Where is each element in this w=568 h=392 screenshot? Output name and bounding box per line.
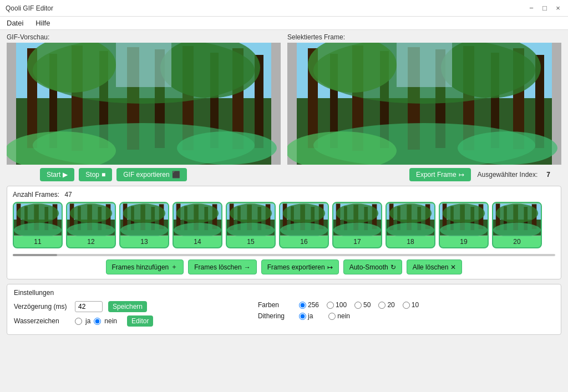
frame-card[interactable]: 18: [386, 202, 435, 248]
frames-scrollbar[interactable]: [13, 254, 555, 256]
farben-256-radio[interactable]: [299, 302, 306, 309]
frame-number: 19: [440, 236, 488, 247]
svg-rect-18: [116, 43, 171, 87]
start-button[interactable]: Start ▶: [40, 168, 74, 181]
farben-256-label: 256: [308, 301, 319, 309]
farben-options: 256 100 50 20: [299, 301, 419, 309]
frames-delete-button[interactable]: Frames löschen →: [188, 259, 256, 274]
start-label: Start: [47, 171, 60, 179]
editor-button[interactable]: Editor: [127, 315, 153, 327]
frame-card[interactable]: 15: [226, 202, 276, 248]
frame-number: 17: [333, 236, 381, 247]
export-frame-label: Export Frame: [416, 171, 457, 179]
window-controls: − □ ×: [527, 4, 562, 13]
watermark-nein-radio[interactable]: [94, 318, 101, 325]
gif-export-label: GIF exportieren: [123, 171, 169, 179]
all-delete-button[interactable]: Alle löschen ✕: [407, 259, 463, 274]
frame-card[interactable]: 19: [439, 202, 489, 248]
right-action-buttons: Export Frame ↦ Ausgewählter Index: 7: [409, 168, 550, 181]
frame-thumbnail: [440, 203, 488, 236]
stop-button[interactable]: Stop ■: [79, 168, 112, 181]
farben-50-radio[interactable]: [354, 302, 362, 309]
smooth-icon: ↻: [390, 263, 396, 271]
auto-smooth-button[interactable]: Auto-Smooth ↻: [343, 259, 402, 274]
save-button[interactable]: Speichern: [108, 301, 147, 312]
frame-card[interactable]: 16: [279, 202, 329, 248]
frame-thumbnail: [280, 203, 328, 236]
svg-point-90: [283, 203, 325, 222]
frame-thumbnail: [493, 203, 541, 236]
svg-point-117: [443, 203, 485, 222]
frame-number: 20: [493, 236, 541, 247]
minimize-button[interactable]: −: [527, 4, 536, 13]
dithering-ja-label: ja: [308, 312, 313, 320]
gif-export-button[interactable]: GIF exportieren ⬛: [116, 168, 186, 181]
frame-number: 12: [67, 236, 115, 247]
farben-50-label: 50: [363, 301, 371, 309]
delete-icon: →: [244, 263, 251, 271]
index-value: 7: [546, 171, 550, 179]
frame-card[interactable]: 11: [13, 202, 63, 248]
export-frame-icon: ↦: [459, 171, 464, 179]
frames-add-button[interactable]: Frames hinzufügen ＋: [106, 259, 184, 274]
watermark-ja-radio[interactable]: [75, 318, 82, 325]
farben-10-radio[interactable]: [403, 302, 410, 309]
dithering-ja-option: ja: [299, 312, 313, 320]
frames-scrollbar-thumb: [13, 254, 57, 256]
frames-export-button[interactable]: Frames exportieren ↦: [261, 259, 339, 274]
frame-number: 15: [227, 236, 275, 247]
preview-right-panel: Selektiertes Frame:: [287, 33, 561, 165]
farben-20-label: 20: [387, 301, 394, 309]
frame-card[interactable]: 14: [173, 202, 222, 248]
frames-scroll[interactable]: 11 12: [13, 202, 555, 251]
preview-section: GIF-Vorschau:: [7, 33, 561, 165]
frame-card[interactable]: 13: [119, 202, 169, 248]
farben-100-radio[interactable]: [327, 302, 334, 309]
watermark-row: Wasserzeichen ja nein Editor: [14, 315, 236, 327]
preview-right-label: Selektiertes Frame:: [287, 33, 561, 41]
settings-title: Einstellungen: [14, 289, 554, 297]
preview-left-image: [7, 43, 281, 165]
frame-number: 18: [387, 236, 434, 247]
farben-row: Farben 256 100 50: [258, 301, 554, 309]
export-frame-button[interactable]: Export Frame ↦: [409, 168, 471, 181]
dithering-nein-radio[interactable]: [328, 313, 336, 320]
svg-point-126: [496, 203, 538, 222]
menu-bar: Datei Hilfe: [0, 17, 568, 30]
frame-card[interactable]: 20: [492, 202, 542, 248]
frame-thumbnail: [333, 203, 381, 236]
frames-export-icon: ↦: [327, 263, 333, 271]
maximize-button[interactable]: □: [540, 4, 549, 13]
stop-label: Stop: [85, 171, 99, 179]
farben-100-option: 100: [327, 301, 347, 309]
dithering-label: Dithering: [258, 312, 291, 320]
svg-point-36: [458, 131, 557, 165]
menu-hilfe[interactable]: Hilfe: [33, 18, 52, 28]
watermark-radio-group: ja nein: [75, 317, 117, 325]
frame-card[interactable]: 17: [332, 202, 382, 248]
frame-number: 11: [14, 236, 62, 247]
farben-256-option: 256: [299, 301, 319, 309]
frame-number: 14: [174, 236, 221, 247]
svg-point-81: [230, 203, 272, 222]
farben-10-label: 10: [412, 301, 419, 309]
preview-left-label: GIF-Vorschau:: [7, 33, 281, 41]
settings-left: Verzögerung (ms) Speichern Wasserzeichen…: [14, 301, 236, 330]
close-button[interactable]: ×: [554, 4, 562, 13]
add-icon: ＋: [171, 262, 178, 272]
delay-label: Verzögerung (ms): [14, 303, 69, 310]
svg-point-99: [336, 203, 378, 222]
frames-delete-label: Frames löschen: [194, 263, 241, 271]
forest-svg-left: [7, 43, 281, 165]
frames-count-row: Anzahl Frames: 47: [13, 191, 555, 198]
play-icon: ▶: [63, 171, 68, 179]
menu-datei[interactable]: Datei: [4, 18, 26, 28]
auto-smooth-label: Auto-Smooth: [349, 263, 388, 271]
main-content: GIF-Vorschau:: [0, 30, 568, 338]
delay-input[interactable]: [75, 301, 103, 312]
frame-card[interactable]: 12: [66, 202, 116, 248]
farben-20-radio[interactable]: [378, 302, 386, 309]
dithering-ja-radio[interactable]: [299, 313, 306, 320]
svg-point-45: [17, 203, 59, 222]
svg-point-63: [123, 203, 165, 222]
